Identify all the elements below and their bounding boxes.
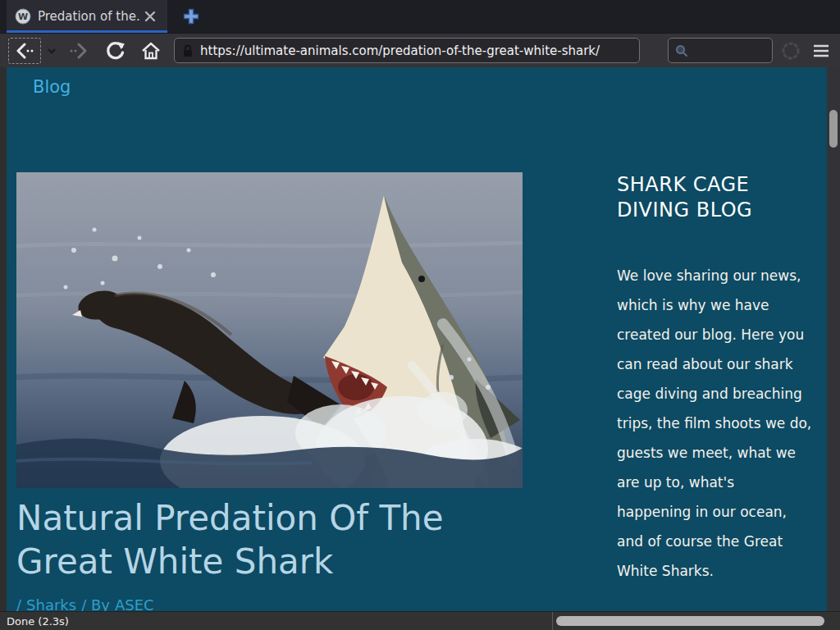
shark-seal-photo: [16, 172, 523, 488]
active-tab-indicator: [7, 30, 167, 33]
svg-text:W: W: [18, 11, 28, 22]
home-button[interactable]: [138, 38, 164, 64]
url-bar[interactable]: [174, 38, 640, 63]
search-input[interactable]: [693, 43, 765, 58]
hamburger-menu-icon[interactable]: [809, 39, 833, 63]
home-icon: [140, 40, 162, 62]
close-icon[interactable]: [141, 7, 159, 25]
vertical-scrollbar[interactable]: [827, 67, 840, 611]
forward-button[interactable]: [66, 38, 92, 64]
search-box[interactable]: [668, 38, 773, 63]
search-icon: [675, 44, 688, 57]
reload-icon: [104, 40, 126, 62]
article: Natural Predation Of The Great White Sha…: [16, 172, 529, 611]
post-title: Natural Predation Of The Great White Sha…: [16, 496, 509, 583]
status-text: Done (2.3s): [7, 615, 69, 628]
reload-button[interactable]: [102, 38, 128, 64]
wordpress-icon: W: [15, 8, 31, 25]
sidebar-body-text: We love sharing our news, which is why w…: [617, 261, 812, 586]
sidebar: SHARK CAGE DIVING BLOG We love sharing o…: [617, 172, 812, 611]
webpage-viewport: Blog: [7, 67, 827, 611]
tab-bar: W Predation of the...: [0, 0, 840, 33]
url-input[interactable]: [200, 43, 632, 58]
tab-title: Predation of the...: [38, 9, 141, 24]
breadcrumb-separator: / By: [81, 596, 110, 611]
breadcrumb: / Sharks / By ASEC: [16, 596, 529, 611]
statusbar-divider: [552, 612, 553, 630]
back-button[interactable]: [8, 38, 41, 64]
page-main: Natural Predation Of The Great White Sha…: [7, 172, 827, 611]
site-navigation: Blog: [7, 67, 827, 97]
sidebar-heading: SHARK CAGE DIVING BLOG: [617, 172, 769, 223]
breadcrumb-author-link[interactable]: ASEC: [115, 596, 154, 611]
new-tab-button[interactable]: [177, 2, 205, 30]
plus-icon: [182, 7, 200, 25]
tab-predation[interactable]: W Predation of the...: [7, 0, 167, 33]
breadcrumb-separator: /: [16, 596, 21, 611]
browser-window: W Predation of the...: [0, 0, 840, 630]
nav-link-blog[interactable]: Blog: [33, 77, 71, 97]
navigation-toolbar: [0, 33, 840, 67]
vertical-scrollbar-thumb[interactable]: [829, 110, 838, 148]
horizontal-scrollbar-thumb[interactable]: [556, 616, 824, 626]
content-area: Blog: [0, 67, 840, 611]
back-history-dropdown[interactable]: [46, 38, 57, 64]
breadcrumb-category-link[interactable]: Sharks: [26, 596, 76, 611]
window-edge: [0, 67, 7, 611]
lock-icon: [181, 43, 194, 58]
chevron-down-icon: [48, 48, 56, 54]
back-arrow-icon: [13, 40, 36, 62]
status-bar: Done (2.3s): [0, 611, 840, 630]
forward-arrow-icon: [67, 40, 90, 62]
throbber-icon: [779, 39, 802, 62]
